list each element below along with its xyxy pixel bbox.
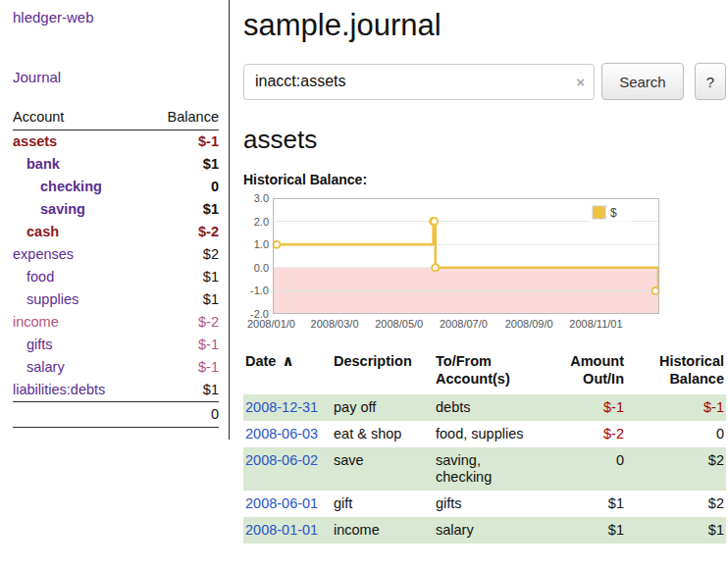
register-header-row: Date∧ Description To/From Account(s) Amo… (243, 352, 726, 394)
sidebar-account-link[interactable]: cash (26, 224, 59, 239)
account-balance: $1 (145, 379, 219, 402)
sidebar-account-link[interactable]: checking (40, 179, 102, 194)
app-title-link[interactable]: hledger-web (13, 9, 219, 26)
register-balance: $-1 (632, 394, 726, 421)
chart-plot-area[interactable]: $ (273, 198, 659, 314)
account-balance: $-2 (145, 311, 219, 334)
register-balance: $1 (632, 517, 726, 544)
account-balance: $1 (145, 288, 219, 311)
accounts-total-row: 0 (13, 402, 219, 428)
account-name-cell: salary (13, 356, 145, 379)
clear-search-icon[interactable]: × (576, 75, 585, 89)
account-row: cash$-2 (13, 221, 219, 243)
account-name-cell: gifts (13, 334, 145, 356)
sidebar-account-link[interactable]: salary (26, 359, 65, 375)
transaction-date-link[interactable]: 2008-01-01 (245, 522, 318, 538)
help-button[interactable]: ? (695, 63, 726, 100)
search-input-wrapper: × (243, 64, 595, 100)
transaction-date-link[interactable]: 2008-06-01 (245, 495, 318, 511)
transaction-date-link[interactable]: 2008-12-31 (245, 399, 318, 415)
register-header-date[interactable]: Date∧ (243, 352, 334, 394)
account-name-cell: bank (13, 153, 145, 176)
account-name-cell: income (13, 311, 145, 334)
register-table: Date∧ Description To/From Account(s) Amo… (243, 352, 726, 544)
account-balance: $1 (145, 198, 219, 221)
register-amount: 0 (546, 447, 632, 491)
sidebar-account-link[interactable]: supplies (26, 291, 78, 307)
account-row: checking0 (13, 176, 219, 198)
transaction-date-link[interactable]: 2008-06-03 (245, 426, 318, 441)
search-input[interactable] (243, 64, 595, 100)
date-header-label: Date (245, 353, 276, 369)
sidebar-account-link[interactable]: gifts (26, 337, 53, 352)
sidebar-account-link[interactable]: food (26, 269, 54, 285)
account-row: income$-2 (13, 311, 219, 334)
register-row: 2008-06-02savesaving, checking0$2 (243, 447, 726, 491)
accounts-total-spacer (13, 402, 145, 428)
accounts-header-account: Account (13, 106, 145, 130)
register-header-description: Description (334, 352, 436, 394)
account-row: food$1 (13, 266, 219, 288)
register-balance: $2 (632, 491, 726, 517)
sort-ascending-icon: ∧ (282, 352, 293, 369)
register-date-cell: 2008-01-01 (243, 517, 334, 544)
search-button[interactable]: Search (601, 63, 684, 100)
register-amount: $-2 (546, 421, 632, 447)
data-point-marker (274, 241, 281, 248)
register-accounts: saving, checking (436, 447, 546, 491)
register-row: 2008-06-01giftgifts$1$2 (243, 491, 726, 517)
account-heading: assets (243, 125, 726, 155)
sidebar-account-link[interactable]: saving (40, 201, 85, 217)
sidebar-account-link[interactable]: bank (26, 156, 60, 172)
accounts-table: Account Balance assets$-1bank$1checking0… (13, 106, 219, 428)
sidebar-account-link[interactable]: liabilities:debts (13, 382, 105, 397)
account-balance: $1 (145, 153, 219, 176)
register-accounts: food, supplies (436, 421, 546, 447)
account-row: assets$-1 (13, 130, 219, 154)
sidebar-account-link[interactable]: assets (13, 133, 57, 149)
x-axis-label: 2008/01/0 (247, 318, 295, 330)
y-axis-label: 1.0 (243, 238, 269, 250)
register-row: 2008-12-31pay offdebts$-1$-1 (243, 394, 726, 421)
historical-balance-chart: 3.02.01.00.0-1.0-2.0 $ 2008/01/02008/03/… (243, 198, 726, 336)
account-name-cell: saving (13, 198, 145, 221)
data-point-marker (431, 218, 438, 225)
sidebar-account-link[interactable]: income (13, 314, 59, 330)
search-form: × Search ? (243, 63, 726, 100)
register-date-cell: 2008-06-02 (243, 447, 334, 491)
account-row: supplies$1 (13, 288, 219, 311)
chart-title: Historical Balance: (243, 172, 726, 187)
x-axis-label: 2008/03/0 (311, 318, 359, 330)
register-header-accounts: To/From Account(s) (436, 352, 546, 394)
sidebar-item-journal[interactable]: Journal (13, 69, 219, 85)
account-name-cell: cash (13, 221, 145, 243)
register-description: income (334, 517, 436, 544)
account-name-cell: assets (13, 130, 145, 154)
register-description: pay off (334, 394, 436, 421)
data-point-marker (652, 287, 659, 294)
sidebar-account-link[interactable]: expenses (13, 246, 74, 262)
account-balance: $1 (145, 266, 219, 288)
register-amount: $-1 (546, 394, 632, 421)
account-row: liabilities:debts$1 (13, 379, 219, 402)
account-balance: $-1 (145, 356, 219, 379)
register-accounts: gifts (436, 491, 546, 517)
register-accounts: salary (436, 517, 546, 544)
register-date-cell: 2008-06-03 (243, 421, 334, 447)
register-description: gift (334, 491, 436, 517)
sidebar-content: hledger-web Journal Account Balance asse… (0, 0, 230, 440)
y-axis-label: 2.0 (243, 216, 269, 228)
account-balance: $-2 (145, 221, 219, 243)
register-header-balance: Historical Balance (632, 352, 726, 394)
x-axis-label: 2008/07/0 (440, 318, 488, 330)
legend-swatch (593, 206, 605, 219)
register-amount: $1 (546, 491, 632, 517)
register-row: 2008-01-01incomesalary$1$1 (243, 517, 726, 544)
transaction-date-link[interactable]: 2008-06-02 (245, 452, 318, 468)
accounts-header-balance: Balance (145, 106, 219, 130)
x-axis-label: 2008/05/0 (375, 318, 423, 330)
account-name-cell: liabilities:debts (13, 379, 145, 402)
page-title: sample.journal (243, 8, 726, 43)
account-row: saving$1 (13, 198, 219, 221)
account-row: gifts$-1 (13, 334, 219, 356)
